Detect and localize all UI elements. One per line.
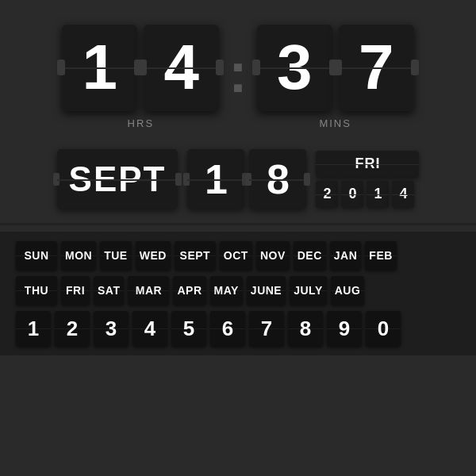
clock-section: 1 4 HRS : 3 7 MINS	[0, 0, 476, 137]
year-digit-2: 1	[367, 181, 389, 208]
minutes-ones-tile: 7	[339, 24, 414, 111]
hours-group: 1 4 HRS	[62, 24, 219, 129]
lib-sat[interactable]: SAT	[94, 276, 124, 305]
lib-mon-label: MON	[65, 249, 92, 262]
lib-jan[interactable]: JAN	[330, 241, 362, 270]
minutes-pair: 3 7	[257, 24, 414, 111]
day-of-week-tile: FRI	[316, 151, 419, 178]
lib-num-0-val: 0	[378, 317, 389, 341]
hours-label: HRS	[128, 117, 154, 129]
lib-june[interactable]: JUNE	[247, 276, 286, 305]
library-row-2: THU FRI SAT MAR APR MAY JUNE JULY	[16, 276, 460, 305]
lib-july[interactable]: JULY	[290, 276, 327, 305]
colon-separator: :	[219, 41, 256, 105]
lib-oct-label: OCT	[224, 249, 248, 262]
day-ones-tile: 8	[249, 149, 306, 209]
year-digit-1: 0	[341, 181, 363, 208]
lib-sun-label: SUN	[24, 249, 48, 262]
minutes-label: MINS	[319, 117, 351, 129]
lib-num-5-val: 5	[183, 317, 194, 341]
lib-wed-label: WED	[140, 249, 167, 262]
day-tens-tile: 1	[187, 149, 244, 209]
lib-may[interactable]: MAY	[210, 276, 243, 305]
lib-mar-label: MAR	[136, 284, 162, 297]
lib-mon[interactable]: MON	[61, 241, 96, 270]
minutes-tens-tile: 3	[257, 24, 332, 111]
lib-dec-label: DEC	[298, 249, 322, 262]
lib-num-9-val: 9	[339, 317, 350, 341]
lib-num-8-val: 8	[300, 317, 311, 341]
day-pair: 1 8	[187, 149, 306, 209]
section-divider	[0, 223, 476, 225]
year-tiles: 2 0 1 4	[316, 181, 419, 208]
lib-jan-label: JAN	[334, 249, 358, 262]
lib-fri[interactable]: FRI	[61, 276, 90, 305]
lib-tue[interactable]: TUE	[100, 241, 132, 270]
lib-tue-label: TUE	[104, 249, 128, 262]
library-numbers-row: 1 2 3 4 5 6 7 8	[16, 311, 460, 346]
lib-num-7[interactable]: 7	[249, 311, 284, 346]
lib-num-4-val: 4	[144, 317, 155, 341]
lib-may-label: MAY	[214, 284, 239, 297]
date-section: SEPT 1 8 FRI 2 0 1	[0, 137, 476, 217]
lib-feb[interactable]: FEB	[365, 241, 397, 270]
lib-nov-label: NOV	[260, 249, 286, 262]
lib-thu-label: THU	[25, 284, 48, 297]
year-dow-compound: FRI 2 0 1 4	[316, 151, 419, 208]
lib-num-2[interactable]: 2	[55, 311, 90, 346]
lib-apr-label: APR	[177, 284, 202, 297]
lib-num-0[interactable]: 0	[366, 311, 401, 346]
lib-mar[interactable]: MAR	[128, 276, 169, 305]
lib-num-3-val: 3	[106, 317, 117, 341]
library-row-1: SUN MON TUE WED SEPT OCT NOV DEC	[16, 241, 460, 270]
lib-thu[interactable]: THU	[16, 276, 57, 305]
lib-num-7-val: 7	[261, 317, 272, 341]
library-section: SUN MON TUE WED SEPT OCT NOV DEC	[0, 232, 476, 355]
lib-num-1-val: 1	[28, 317, 39, 341]
minutes-group: 3 7 MINS	[257, 24, 414, 129]
lib-num-6-val: 6	[222, 317, 233, 341]
lib-dec[interactable]: DEC	[294, 241, 326, 270]
hours-pair: 1 4	[62, 24, 219, 111]
lib-num-5[interactable]: 5	[171, 311, 206, 346]
lib-sun[interactable]: SUN	[16, 241, 57, 270]
lib-num-3[interactable]: 3	[94, 311, 129, 346]
lib-oct[interactable]: OCT	[220, 241, 252, 270]
lib-apr[interactable]: APR	[173, 276, 205, 305]
lib-june-label: JUNE	[251, 284, 282, 297]
lib-aug-label: AUG	[335, 284, 361, 297]
lib-feb-label: FEB	[369, 249, 393, 262]
lib-num-2-val: 2	[67, 317, 78, 341]
year-digit-3: 4	[392, 181, 414, 208]
lib-num-9[interactable]: 9	[327, 311, 362, 346]
lib-sat-label: SAT	[98, 284, 120, 297]
lib-wed[interactable]: WED	[136, 241, 171, 270]
lib-sept-label: SEPT	[180, 249, 211, 262]
lib-nov[interactable]: NOV	[256, 241, 290, 270]
lib-aug[interactable]: AUG	[331, 276, 365, 305]
year-digit-0: 2	[316, 181, 338, 208]
lib-july-label: JULY	[294, 284, 323, 297]
hours-ones-tile: 4	[144, 24, 219, 111]
hours-tens-tile: 1	[62, 24, 137, 111]
lib-num-4[interactable]: 4	[132, 311, 167, 346]
lib-sept[interactable]: SEPT	[175, 241, 216, 270]
month-tile: SEPT	[57, 149, 178, 209]
lib-num-8[interactable]: 8	[288, 311, 323, 346]
lib-num-1[interactable]: 1	[16, 311, 51, 346]
lib-num-6[interactable]: 6	[210, 311, 245, 346]
lib-fri-label: FRI	[66, 284, 85, 297]
